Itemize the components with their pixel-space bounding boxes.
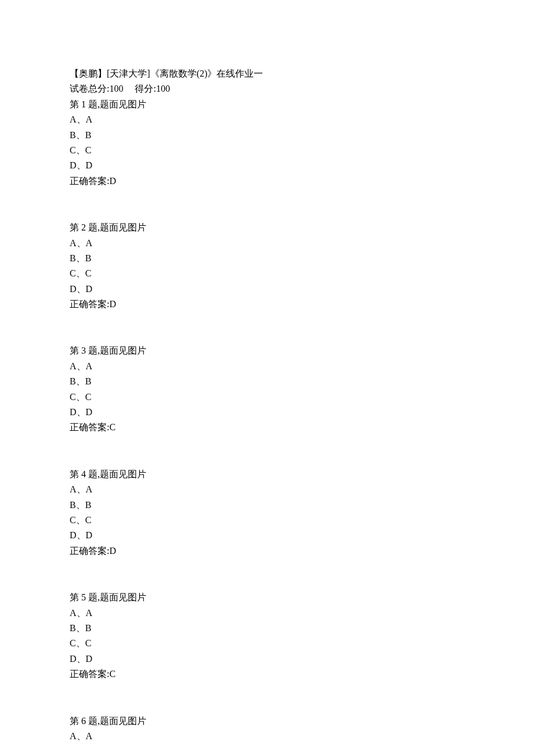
option-c: C、C [70,143,464,158]
option-b: B、B [70,621,464,636]
option-a: A、A [70,359,464,374]
option-d: D、D [70,405,464,420]
question-title: 第 4 题,题面见图片 [70,467,464,482]
option-a: A、A [70,729,464,744]
option-b: B、B [70,251,464,266]
answer-prefix: 正确答案: [70,299,109,309]
answer-value: C [109,422,116,432]
option-b: B、B [70,128,464,143]
question-title: 第 5 题,题面见图片 [70,590,464,605]
correct-answer: 正确答案:D [70,174,464,189]
option-b: B、B [70,498,464,513]
document-title: 【奥鹏】[天津大学]《离散数学(2)》在线作业一 [70,66,464,81]
question-block: 第 4 题,题面见图片 A、A B、B C、C D、D 正确答案:D [70,467,464,559]
result-label: 得分: [135,84,156,93]
option-b: B、B [70,374,464,389]
document-header: 【奥鹏】[天津大学]《离散数学(2)》在线作业一 试卷总分:100 得分:100… [70,66,464,189]
score-value: 100 [109,84,123,93]
question-block: 第 3 题,题面见图片 A、A B、B C、C D、D 正确答案:C [70,343,464,435]
score-line: 试卷总分:100 得分:100 [70,81,464,96]
answer-prefix: 正确答案: [70,546,109,556]
correct-answer: 正确答案:D [70,297,464,312]
option-a: A、A [70,606,464,621]
question-title: 第 3 题,题面见图片 [70,343,464,358]
answer-value: D [109,176,116,186]
question-block: 第 6 题,题面见图片 A、A [70,714,464,744]
question-title: 第 2 题,题面见图片 [70,220,464,235]
question-block: 第 2 题,题面见图片 A、A B、B C、C D、D 正确答案:D [70,220,464,312]
option-c: C、C [70,390,464,405]
answer-value: D [109,299,116,309]
correct-answer: 正确答案:C [70,667,464,682]
option-c: C、C [70,513,464,528]
answer-value: D [109,546,116,556]
option-d: D、D [70,651,464,667]
score-spacer [123,84,135,93]
correct-answer: 正确答案:D [70,543,464,559]
question-block: 第 5 题,题面见图片 A、A B、B C、C D、D 正确答案:C [70,590,464,682]
result-value: 100 [156,84,170,93]
question-title: 第 1 题,题面见图片 [70,97,464,112]
score-label: 试卷总分: [70,84,109,93]
answer-value: C [109,669,116,679]
option-d: D、D [70,282,464,297]
option-d: D、D [70,158,464,173]
option-a: A、A [70,482,464,497]
answer-prefix: 正确答案: [70,176,109,186]
answer-prefix: 正确答案: [70,669,109,679]
correct-answer: 正确答案:C [70,420,464,435]
option-a: A、A [70,112,464,127]
option-c: C、C [70,266,464,281]
option-d: D、D [70,528,464,543]
option-c: C、C [70,636,464,651]
answer-prefix: 正确答案: [70,422,109,432]
question-title: 第 6 题,题面见图片 [70,714,464,729]
option-a: A、A [70,236,464,251]
